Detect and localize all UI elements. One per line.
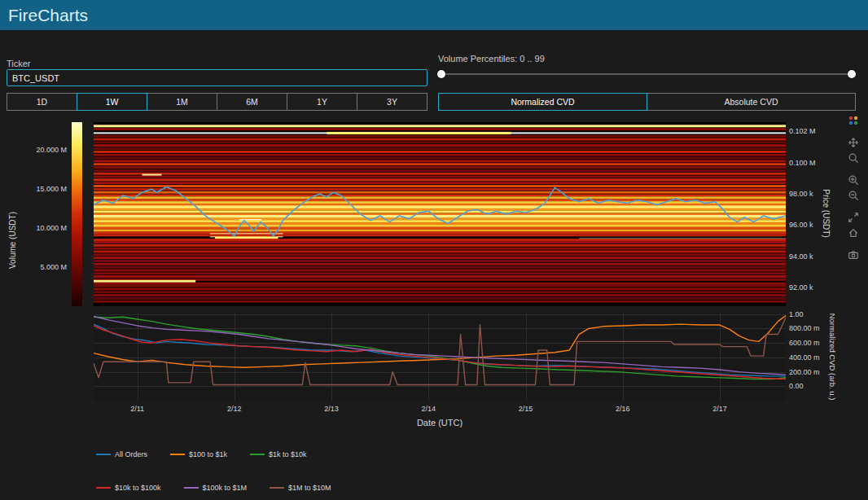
tick-label: 2/17 (695, 405, 744, 413)
reset-axes-icon[interactable] (846, 226, 861, 239)
tick-label: 2/13 (307, 405, 356, 413)
volume-percentiles-label: Volume Percentiles: 0 .. 99 (438, 54, 545, 64)
legend-label: $1M to $10M (288, 484, 331, 492)
timeframe-button-6m[interactable]: 6M (217, 93, 287, 111)
legend-label: $100 to $1k (189, 450, 227, 458)
legend-item-1k-to-10k[interactable]: $1k to $10k (250, 450, 307, 458)
legend-swatch (250, 454, 265, 455)
zoom-out-icon[interactable] (846, 189, 861, 202)
slider-handle-max[interactable] (848, 70, 856, 78)
tick-label: 10.000 M (16, 224, 67, 232)
legend-item-100k-to-1m[interactable]: $100k to $1M (184, 484, 248, 492)
legend-swatch (170, 454, 185, 455)
ticker-input[interactable] (7, 69, 427, 86)
app-title: FireCharts (0, 0, 868, 30)
legend-item-all-orders[interactable]: All Orders (96, 450, 147, 458)
legend-swatch (184, 487, 199, 489)
download-plot-icon[interactable] (846, 248, 861, 261)
tick-label: 1.00 (789, 310, 831, 318)
timeframe-button-1d[interactable]: 1D (7, 93, 77, 111)
app-root: FireCharts Ticker Volume Percentiles: 0 … (0, 0, 868, 500)
legend-label: $100k to $1M (203, 484, 248, 492)
tick-label: 94.00 k (789, 252, 831, 261)
tick-label: 2/11 (113, 405, 162, 413)
legend-item-1m-to-10m[interactable]: $1M to $10M (270, 484, 331, 492)
timeframe-button-1m[interactable]: 1M (147, 93, 217, 111)
tick-label: 96.00 k (789, 221, 831, 229)
pan-icon[interactable] (846, 136, 861, 149)
cvd-mode-group: Normalized CVDAbsolute CVD (438, 93, 855, 111)
volume-axis-title: Volume (USDT) (8, 212, 17, 269)
cvd-mode-button-absolute-cvd[interactable]: Absolute CVD (647, 93, 856, 111)
tick-label: 15.000 M (16, 185, 67, 193)
timeframe-button-1y[interactable]: 1Y (287, 93, 357, 111)
legend-label: $1k to $10k (269, 450, 307, 458)
cvd-lines-canvas[interactable] (94, 313, 786, 401)
plotly-modebar (844, 114, 863, 261)
legend-item-10k-to-100k[interactable]: $10k to $100k (96, 484, 161, 492)
plotly-logo-icon (846, 114, 861, 127)
timeframe-button-3y[interactable]: 3Y (357, 93, 427, 111)
volume-colorbar (72, 122, 82, 306)
legend-swatch (270, 487, 284, 489)
timeframe-group: 1D1W1M6M1Y3Y (7, 93, 427, 111)
tick-label: 2/16 (598, 405, 647, 413)
tick-label: 0.00 (789, 382, 831, 390)
slider-handle-min[interactable] (437, 70, 445, 78)
tick-label: 0.102 M (789, 127, 831, 135)
tick-label: 800.00 m (789, 324, 831, 332)
cvd-mode-button-normalized-cvd[interactable]: Normalized CVD (438, 93, 647, 111)
legend-item-100-to-1k[interactable]: $100 to $1k (170, 450, 227, 458)
tick-label: 0.100 M (789, 159, 831, 167)
zoom-in-icon[interactable] (846, 173, 861, 186)
tick-label: 2/15 (502, 405, 550, 413)
tick-label: 400.00 m (789, 353, 831, 362)
chart-legend: All Orders$100 to $1k$1k to $10k$10k to … (96, 450, 331, 500)
legend-swatch (96, 487, 111, 489)
tick-label: 98.00 k (789, 190, 831, 198)
date-axis-title: Date (UTC) (417, 418, 462, 428)
tick-label: 2/12 (210, 405, 259, 413)
box-zoom-icon[interactable] (846, 151, 861, 164)
tick-label: 20.000 M (16, 146, 67, 154)
tick-label: 600.00 m (789, 339, 831, 347)
tick-label: 92.00 k (789, 283, 831, 292)
autoscale-icon[interactable] (846, 211, 861, 224)
legend-label: $10k to $100k (115, 484, 161, 492)
ticker-label: Ticker (7, 59, 31, 68)
tick-label: 2/14 (404, 405, 453, 413)
timeframe-button-1w[interactable]: 1W (77, 93, 147, 111)
tick-label: 5.000 M (16, 263, 67, 271)
legend-row: All Orders$100 to $1k$1k to $10k (96, 450, 331, 458)
slider-track[interactable] (438, 73, 855, 75)
tick-label: 200.00 m (789, 368, 831, 376)
legend-row: $10k to $100k$100k to $1M$1M to $10M (96, 484, 331, 492)
volume-percentiles-slider[interactable] (438, 68, 855, 80)
volume-heatmap-canvas[interactable] (94, 122, 786, 306)
legend-swatch (96, 454, 111, 455)
app-header: FireCharts (0, 0, 868, 30)
legend-label: All Orders (115, 450, 147, 458)
